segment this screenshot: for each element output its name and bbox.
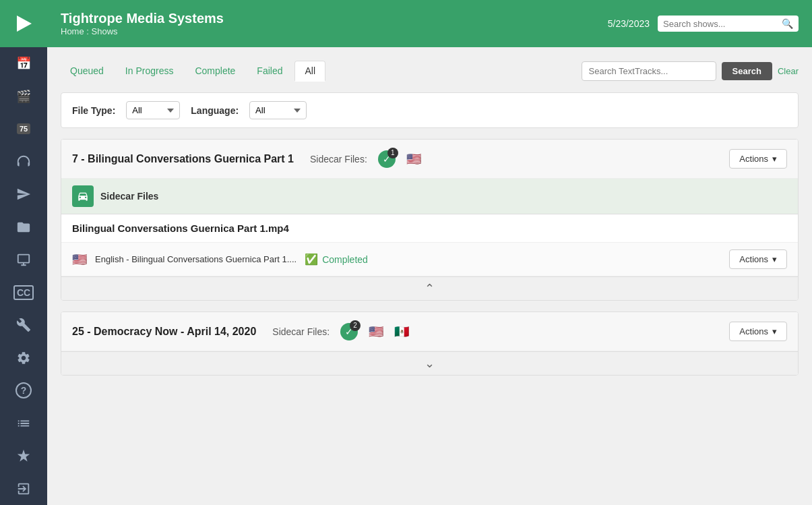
sidebar-item-export[interactable] [0, 473, 47, 506]
card-democracy-sidecar-label: Sidecar Files: [272, 326, 330, 337]
tab-in-progress[interactable]: In Progress [116, 61, 183, 82]
sidebar: 📅 🎬 75 CC ? [0, 0, 47, 505]
card-democracy-header: 25 - Democracy Now - April 14, 2020 Side… [61, 312, 798, 351]
tab-failed[interactable]: Failed [247, 61, 292, 82]
header-search-input[interactable] [663, 19, 778, 29]
status-check-icon: ✅ [305, 253, 318, 266]
filter-bar: File Type: All MP4 MOV SRT Language: All… [61, 92, 799, 128]
sidebar-item-list[interactable] [0, 407, 47, 440]
search-area: Search Clear [582, 61, 799, 81]
header-left: Tightrope Media Systems Home : Shows [61, 11, 224, 36]
texttrack-search-input[interactable] [582, 61, 716, 81]
main-area: Tightrope Media Systems Home : Shows 5/2… [47, 0, 812, 505]
card-bilingual-header: 7 - Bilingual Conversations Guernica Par… [61, 140, 798, 179]
top-bar: Queued In Progress Complete Failed All S… [61, 61, 799, 82]
breadcrumb: Home : Shows [61, 26, 224, 36]
sidebar-item-headset[interactable] [0, 146, 47, 179]
sidebar-item-wrench[interactable] [0, 309, 47, 342]
sidecar-icon [72, 185, 94, 207]
card-bilingual-title: 7 - Bilingual Conversations Guernica Par… [72, 153, 294, 165]
card-democracy-expand[interactable]: ⌄ [61, 351, 798, 375]
card-bilingual-actions-button[interactable]: Actions ▾ [729, 149, 787, 169]
header: Tightrope Media Systems Home : Shows 5/2… [47, 0, 812, 47]
file-row-english: 🇺🇸 English - Bilingual Conversations Gue… [61, 243, 798, 276]
sidebar-item-score[interactable]: 75 [0, 113, 47, 146]
tabs: Queued In Progress Complete Failed All [61, 61, 325, 82]
card-democracy-flag-mx: 🇲🇽 [394, 324, 409, 339]
actions-label: Actions [739, 154, 768, 164]
header-right: 5/23/2023 🔍 [608, 16, 799, 32]
sidebar-item-help[interactable]: ? [0, 374, 47, 407]
file-row-status: ✅ Completed [305, 253, 368, 266]
democracy-actions-chevron-icon: ▾ [772, 326, 777, 336]
file-actions-chevron-icon: ▾ [772, 254, 777, 264]
card-bilingual-collapse[interactable]: ⌃ [61, 276, 798, 300]
card-bilingual-sidecar-label: Sidecar Files: [310, 154, 367, 165]
app-title: Tightrope Media Systems [61, 11, 224, 26]
card-bilingual: 7 - Bilingual Conversations Guernica Par… [61, 139, 799, 301]
file-type-label: File Type: [72, 105, 115, 116]
card-democracy-now: 25 - Democracy Now - April 14, 2020 Side… [61, 311, 799, 376]
language-select[interactable]: All English Spanish French [249, 101, 307, 119]
sidebar-item-star[interactable] [0, 440, 47, 473]
sidecar-section: Sidecar Files [61, 179, 798, 214]
sidebar-item-clapper[interactable]: 🎬 [0, 80, 47, 113]
tab-queued[interactable]: Queued [61, 61, 113, 82]
card-democracy-actions-button[interactable]: Actions ▾ [729, 322, 787, 341]
democracy-actions-label: Actions [739, 326, 768, 336]
logo[interactable] [0, 0, 47, 47]
collapse-down-icon: ⌄ [425, 356, 435, 371]
actions-chevron-icon: ▾ [772, 154, 777, 164]
sidebar-item-folder[interactable] [0, 211, 47, 244]
file-title: Bilingual Conversations Guernica Part 1.… [61, 214, 798, 243]
card-bilingual-flag-us: 🇺🇸 [406, 152, 421, 167]
header-search-box: 🔍 [658, 16, 799, 32]
sidebar-item-cc[interactable]: CC [0, 276, 47, 309]
file-row-flag-us: 🇺🇸 [72, 252, 87, 267]
file-row-actions-button[interactable]: Actions ▾ [729, 249, 787, 269]
tab-all[interactable]: All [294, 61, 325, 82]
card-bilingual-sidecar-badge: ✓ 1 [378, 150, 396, 168]
collapse-up-icon: ⌃ [425, 281, 435, 296]
clear-button[interactable]: Clear [778, 66, 799, 76]
sidecar-section-label: Sidecar Files [100, 191, 158, 202]
tab-complete[interactable]: Complete [185, 61, 245, 82]
content: Queued In Progress Complete Failed All S… [47, 47, 812, 505]
logo-icon [11, 11, 36, 36]
card-democracy-flag-us: 🇺🇸 [369, 324, 383, 339]
header-date: 5/23/2023 [608, 18, 650, 29]
sidebar-item-calendar[interactable]: 📅 [0, 47, 47, 80]
sidebar-item-send[interactable] [0, 178, 47, 211]
file-type-select[interactable]: All MP4 MOV SRT [126, 101, 180, 119]
svg-marker-0 [17, 16, 32, 32]
card-democracy-sidecar-badge: ✓ 2 [340, 323, 358, 340]
sidebar-item-monitor[interactable] [0, 243, 47, 276]
file-actions-label: Actions [739, 254, 768, 264]
header-search-icon: 🔍 [782, 18, 793, 29]
file-row-lang: English - Bilingual Conversations Guerni… [95, 254, 296, 264]
search-button[interactable]: Search [722, 62, 772, 80]
language-label: Language: [191, 105, 239, 116]
sidebar-item-gear[interactable] [0, 342, 47, 375]
card-democracy-title: 25 - Democracy Now - April 14, 2020 [72, 326, 256, 338]
